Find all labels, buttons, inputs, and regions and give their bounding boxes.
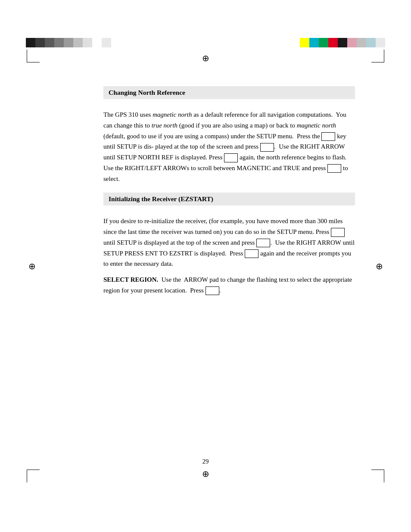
magnetic-north-italic-1: magnetic north bbox=[153, 111, 192, 118]
color-swatch-red bbox=[328, 38, 338, 47]
crosshair-bottom: ⊕ bbox=[200, 469, 211, 479]
ezstart-paragraph-1: If you desire to re-initialize the recei… bbox=[103, 216, 355, 269]
page-number: 29 bbox=[202, 458, 209, 465]
color-bar bbox=[0, 38, 411, 47]
color-strip-right bbox=[300, 38, 385, 47]
color-swatch-black bbox=[26, 38, 35, 47]
key-btn-5 bbox=[331, 228, 345, 236]
key-btn-7 bbox=[245, 249, 258, 258]
section-ezstart-title: Initializing the Receiver (EZSTART) bbox=[109, 195, 213, 202]
main-content: Changing North Reference The GPS 310 use… bbox=[103, 86, 355, 305]
magnetic-north-italic-2: magnetic north bbox=[297, 122, 336, 129]
section-north-reference-title: Changing North Reference bbox=[109, 89, 185, 96]
section-north-reference-header: Changing North Reference bbox=[103, 86, 355, 99]
color-strip-left bbox=[26, 38, 111, 47]
key-btn-8 bbox=[206, 286, 219, 295]
color-swatch-black2 bbox=[338, 38, 347, 47]
key-btn-2 bbox=[260, 143, 274, 152]
key-btn-1 bbox=[321, 132, 335, 141]
true-north-italic: true north bbox=[152, 122, 177, 129]
section-north-reference-body: The GPS 310 uses magnetic north as a def… bbox=[103, 105, 355, 193]
corner-mark-top-left bbox=[27, 50, 40, 62]
color-swatch-light-gray-2 bbox=[73, 38, 83, 47]
color-swatch-near-white2 bbox=[376, 38, 385, 47]
color-swatch-dark-gray-1 bbox=[35, 38, 45, 47]
crosshair-left: ⊕ bbox=[27, 261, 37, 271]
color-swatch-dark-gray-2 bbox=[45, 38, 54, 47]
corner-mark-top-right bbox=[371, 50, 384, 62]
key-btn-4 bbox=[327, 164, 341, 173]
color-swatch-gray bbox=[357, 38, 366, 47]
ezstart-paragraph-2: SELECT REGION. Use the ARROW pad to chan… bbox=[103, 274, 355, 296]
key-btn-6 bbox=[256, 239, 270, 247]
section-ezstart-header: Initializing the Receiver (EZSTART) bbox=[103, 193, 355, 205]
color-swatch-green bbox=[319, 38, 328, 47]
key-btn-3 bbox=[224, 153, 238, 162]
color-swatch-near-white bbox=[102, 38, 111, 47]
north-ref-paragraph: The GPS 310 uses magnetic north as a def… bbox=[103, 109, 355, 184]
corner-mark-bottom-left bbox=[27, 470, 40, 482]
section-ezstart-body: If you desire to re-initialize the recei… bbox=[103, 212, 355, 304]
color-swatch-light-blue bbox=[366, 38, 376, 47]
crosshair-top: ⊕ bbox=[200, 53, 211, 63]
color-swatch-light-gray-1 bbox=[64, 38, 73, 47]
color-swatch-yellow bbox=[300, 38, 309, 47]
color-swatch-white bbox=[92, 38, 102, 47]
color-swatch-lighter-gray bbox=[83, 38, 92, 47]
select-region-label: SELECT REGION. bbox=[103, 276, 158, 283]
color-swatch-mid-gray bbox=[54, 38, 64, 47]
color-swatch-pink bbox=[347, 38, 357, 47]
corner-mark-bottom-right bbox=[371, 470, 384, 482]
crosshair-right: ⊕ bbox=[374, 261, 384, 271]
color-swatch-cyan bbox=[309, 38, 319, 47]
